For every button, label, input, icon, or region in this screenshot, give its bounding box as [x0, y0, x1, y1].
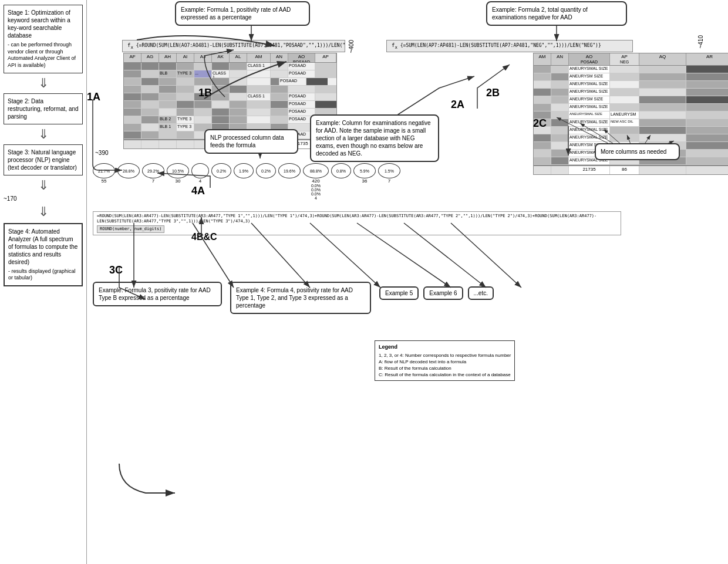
stat-1: 21.7% 55 [93, 163, 115, 184]
sheet-row-6: POSAAD ■ [124, 101, 336, 109]
stat-10: 88.8% 420 0.0% 0.0% 0.0% 4 [303, 163, 329, 200]
round-tooltip: ROUND(number, num_digits) [97, 225, 164, 233]
content-area: fx {=ROUND(SUM(LEN(AO7:AO481)-LEN(SUBSTI… [87, 0, 728, 564]
label-1b: 1B [198, 87, 212, 99]
stat-2: 28.8% [117, 163, 140, 178]
approx-170-label: ~170 [4, 195, 83, 202]
example6-box: Example 6 [423, 286, 463, 300]
stage2-title: Stage 2: Data restructuring, reformat, a… [8, 98, 79, 120]
stage1-note: - can be performed through vendor client… [8, 42, 79, 69]
label-2b: 2B [486, 87, 500, 99]
rsheet-r7: ANEURYSMAL SIZE LANEURYSM ■ [534, 112, 728, 119]
stat-12: 5.9% 36 [353, 163, 376, 184]
page-root: Stage 1: Optimization of keyword search … [0, 0, 728, 564]
callout-more-cols: More columns as needed [595, 143, 680, 160]
bottom-callouts: Example: Formula 3, positivity rate for … [93, 282, 494, 314]
formula-bars-row: fx {=ROUND(SUM(LEN(AO7:AO481)-LEN(SUBSTI… [122, 40, 722, 52]
example5-box: Example 5 [379, 286, 419, 300]
sheet-row-1: CLASS 1 POSAAD [124, 63, 336, 70]
stat-7: 1.9% [234, 163, 254, 178]
stat-6: 0.2% [211, 163, 231, 178]
stat-4: 10.5% 30 [167, 163, 189, 184]
label-4a: 4A [191, 185, 205, 197]
stage4-box: Stage 4: Automated Analyzer (A full spec… [4, 223, 83, 286]
sheet-row-3: POSAAD ■ [124, 78, 336, 86]
legend-item-2: A: flow of NLP decoded text into a formu… [379, 359, 511, 365]
callout-formula3: Example: Formula 3, positivity rate for … [93, 282, 222, 306]
label-1a: 1A [87, 91, 100, 103]
stat-11: 0.8% [331, 163, 351, 178]
label-2a: 2A [451, 99, 464, 111]
label-4bc: 4B&C [191, 232, 217, 242]
stage3-box: Stage 3: Natural language processor (NLP… [4, 144, 83, 175]
sheet-row-2: BLB TYPE 3 ... CLASS 1 POSAAD [124, 70, 336, 78]
label-3c: 3C [109, 264, 123, 276]
stat-9: 19.6% [278, 163, 301, 178]
rsheet-r2: ANEURYSM SIZE [534, 73, 728, 81]
stat-5: 4 [191, 163, 209, 184]
callout-formula2: Example: Formula 2, total quantity of ex… [486, 1, 627, 26]
legend-item-1: 1, 2, 3, or 4: Number corresponds to res… [379, 352, 511, 359]
formula-bar-2[interactable]: fx {=SUM(LEN(AP7:AP481)-LEN(SUBSTITUTE(A… [386, 40, 633, 52]
stage1-title: Stage 1: Optimization of keyword search … [8, 9, 70, 39]
arrow-2: ⇓ [4, 128, 83, 141]
sidebar: Stage 1: Optimization of keyword search … [0, 0, 87, 564]
stage4-title: Stage 4: Automated Analyzer (A full spec… [8, 228, 77, 265]
callout-nlp: NLP processed column data feeds the form… [204, 129, 298, 154]
callout-neg: Example: Column for examinations negativ… [310, 114, 439, 162]
rsheet-r6: ANEURYSMAL SIZE [534, 104, 728, 112]
sheet-row-4 [124, 86, 336, 93]
rsheet-r5: ANEURYSM SIZE ■ [534, 96, 728, 104]
legend-box: Legend 1, 2, 3, or 4: Number corresponds… [375, 340, 515, 381]
arrow-3: ⇓ [4, 179, 83, 192]
stage2-box: Stage 2: Data restructuring, reformat, a… [4, 93, 83, 124]
stat-3: 29.2% 7 [142, 163, 164, 184]
rsheet-r10: ANEURYSMAL SIZE [534, 134, 728, 142]
rsheet-r1: ANEURYSMAL SIZE ■ [534, 66, 728, 73]
rsheet-r8: ANEURYSMAL SIZE NEW ASC DIL [534, 119, 728, 127]
callout-formula1: Example: Formula 1, positivity rate of A… [175, 1, 310, 26]
stage3-title: Stage 3: Natural language processor (NLP… [8, 149, 77, 171]
legend-title: Legend [379, 343, 511, 351]
rsheet-r3: ANEURYSMAL SIZE ■ [534, 81, 728, 89]
right-col-headers: AM AN AO POSAAD APNEG AQ AR AS [534, 53, 728, 66]
arrow-4: ⇓ [4, 205, 83, 218]
legend-item-3: B: Result of the formula calculation [379, 365, 511, 372]
sheet-row-7: POSAAD [124, 109, 336, 116]
approx-390: ~390 [95, 150, 109, 156]
callout-formula4: Example 4: Formula 4, positivity rate fo… [230, 282, 371, 314]
small-example-boxes: Example 5 Example 6 ...etc. [379, 286, 494, 300]
formula-bar-1[interactable]: fx {=ROUND(SUM(LEN(AO7:AO481)-LEN(SUBSTI… [122, 40, 345, 52]
stat-8: 0.2% [256, 163, 276, 178]
sheet-row-5: CLASS 1 POSAAD [124, 93, 336, 101]
formula-bottom-bar[interactable]: =ROUND(SUM(LEN(AR3:AR477)-LEN(SUBSTITUTE… [93, 211, 621, 235]
arrow-1: ⇓ [4, 77, 83, 90]
rsheet-r4: ANEURYSMAL SIZE [534, 89, 728, 96]
stats-ovals-row: 21.7% 55 28.8% 29.2% 7 10.5% 30 4 0.2% [93, 163, 400, 200]
rsheet-r9: ANEURYSMAL SIZE [534, 127, 728, 134]
sheet-row-8: BLB 2 TYPE 3 POSAAD ■ [124, 116, 336, 124]
label-2c: 2C [533, 117, 547, 130]
stage1-box: Stage 1: Optimization of keyword search … [4, 5, 83, 73]
stat-13: 1.5% 7 [378, 163, 400, 184]
rsheet-value-row: 21735 86 [534, 165, 728, 174]
stage4-note: - results displayed (graphical or tabula… [8, 268, 78, 282]
legend-item-4: C: Result of the formula calculation in … [379, 372, 511, 378]
etc-box: ...etc. [468, 286, 494, 300]
